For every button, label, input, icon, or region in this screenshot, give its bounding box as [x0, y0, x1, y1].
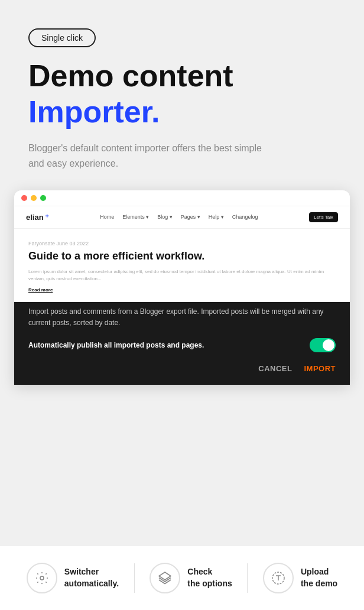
import-button[interactable]: IMPORT — [304, 364, 336, 373]
import-dialog: Import content Import posts and comments… — [14, 302, 350, 385]
blog-title: Guide to a more efficient workflow. — [28, 250, 336, 263]
browser-frame: elian⁺ Home Elements ▾ Blog ▾ Pages ▾ He… — [14, 190, 350, 385]
header-section: Single click Demo content Importer. Blog… — [0, 0, 364, 190]
switcher-icon — [35, 571, 49, 585]
fake-cta-button[interactable]: Let's Talk — [309, 212, 338, 222]
nav-changelog: Changelog — [232, 214, 258, 220]
feature-upload: Uploadthe demo — [263, 563, 337, 593]
fake-logo: elian⁺ — [26, 213, 49, 222]
import-dialog-desc: Import posts and comments from a Blogger… — [28, 306, 336, 329]
auto-publish-toggle[interactable] — [310, 338, 336, 352]
abstract-graphic: Import content Import posts and comments… — [14, 302, 350, 385]
single-click-badge: Single click — [28, 28, 96, 47]
nav-pages: Pages ▾ — [181, 214, 200, 220]
switcher-icon-container — [27, 563, 57, 593]
logo-text: elian — [26, 213, 44, 222]
layers-icon-container — [150, 563, 180, 593]
page-wrapper: Single click Demo content Importer. Blog… — [0, 0, 364, 610]
feature-switcher: Switcherautomatically. — [27, 563, 119, 593]
upload-icon-container — [263, 563, 294, 593]
nav-elements: Elements ▾ — [122, 214, 149, 220]
hero-description: Blogger's default content importer offer… — [28, 141, 277, 171]
logo-dot: ⁺ — [45, 213, 49, 222]
switcher-label: Switcherautomatically. — [64, 566, 119, 589]
layers-icon — [158, 571, 172, 585]
import-toggle-row: Automatically publish all imported posts… — [28, 338, 336, 352]
import-dialog-overlay: Import content Import posts and comments… — [14, 302, 350, 385]
fake-navbar: elian⁺ Home Elements ▾ Blog ▾ Pages ▾ He… — [14, 206, 350, 229]
badge-label: Single click — [41, 33, 83, 43]
upload-label: Uploadthe demo — [301, 566, 337, 589]
dot-green — [40, 195, 46, 201]
read-more-link[interactable]: Read more — [28, 287, 336, 293]
divider-2 — [247, 563, 248, 593]
options-label: Checkthe options — [187, 566, 232, 589]
import-actions: CANCEL IMPORT — [28, 364, 336, 373]
feature-options: Checkthe options — [150, 563, 232, 593]
fake-blog-area: Faryonsate June 03 2022 Guide to a more … — [14, 229, 350, 303]
nav-help: Help ▾ — [209, 214, 224, 220]
dot-yellow — [31, 195, 37, 201]
features-section: Switcherautomatically. Checkthe options — [0, 546, 364, 610]
dot-red — [21, 195, 27, 201]
nav-blog: Blog ▾ — [157, 214, 173, 220]
fake-nav-links: Home Elements ▾ Blog ▾ Pages ▾ Help ▾ Ch… — [100, 214, 258, 220]
main-title: Demo content — [28, 59, 336, 93]
upload-icon — [271, 571, 285, 585]
svg-point-0 — [40, 576, 44, 580]
toggle-label: Automatically publish all imported posts… — [28, 341, 204, 349]
browser-content: elian⁺ Home Elements ▾ Blog ▾ Pages ▾ He… — [14, 206, 350, 385]
divider-1 — [134, 563, 135, 593]
blog-text: Lorem ipsum dolor sit amet, consectetur … — [28, 268, 336, 283]
main-subtitle: Importer. — [28, 95, 336, 129]
cancel-button[interactable]: CANCEL — [258, 364, 292, 373]
browser-top-bar — [14, 190, 350, 206]
nav-home: Home — [100, 214, 114, 220]
blog-meta: Faryonsate June 03 2022 — [28, 241, 336, 246]
